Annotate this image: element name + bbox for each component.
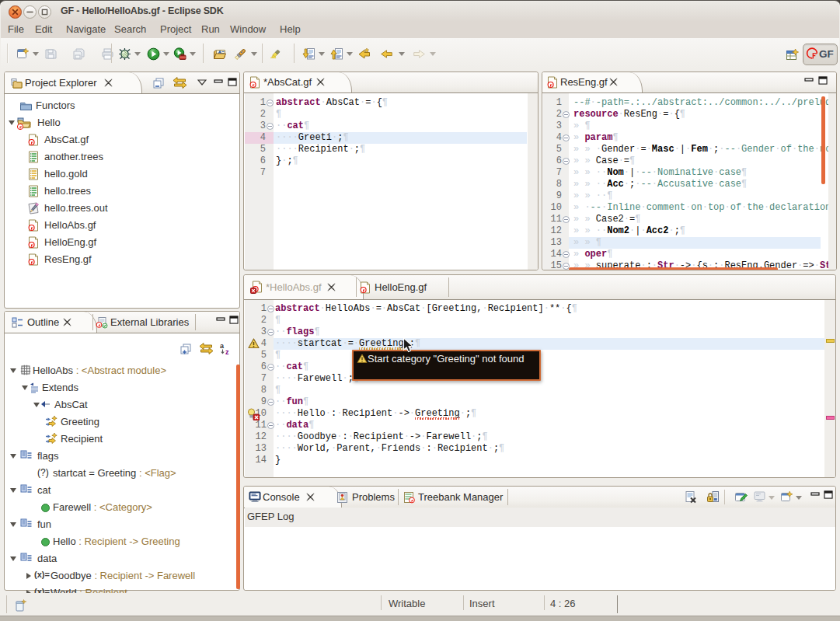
svg-text:z: z: [225, 348, 229, 355]
svg-text:a: a: [220, 342, 225, 350]
